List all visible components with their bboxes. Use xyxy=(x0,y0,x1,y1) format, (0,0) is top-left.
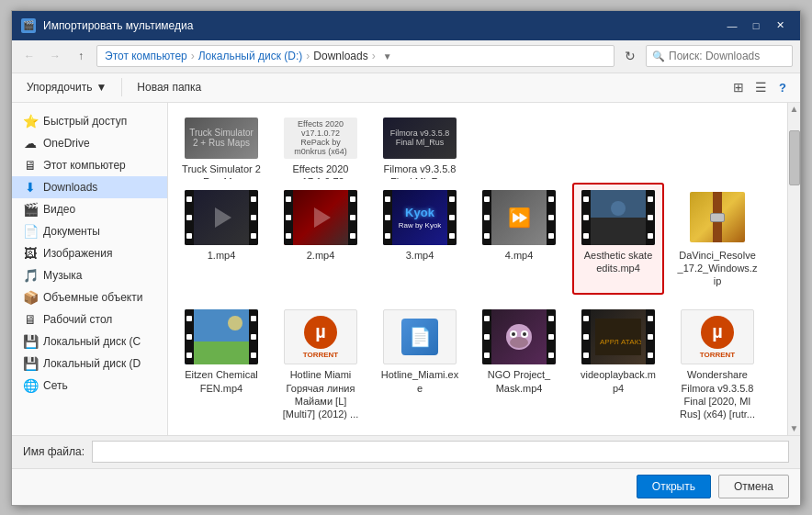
cartoon-thumbnail xyxy=(501,319,537,355)
sidebar-item-desktop[interactable]: 🖥 Рабочий стол xyxy=(12,308,167,330)
sidebar-item-music[interactable]: 🎵 Музыка xyxy=(12,264,167,286)
view-button-2[interactable]: ☰ xyxy=(750,77,771,97)
film-strip-right xyxy=(447,190,457,245)
sidebar-item-downloads[interactable]: ⬇ Downloads xyxy=(12,176,167,198)
svg-marker-1 xyxy=(314,207,331,228)
sidebar-item-documents[interactable]: 📄 Документы xyxy=(12,220,167,242)
list-item[interactable]: µ TORRENT Hotline Miami Горячая линия Ма… xyxy=(275,302,367,428)
new-folder-button[interactable]: Новая папка xyxy=(130,76,209,98)
cancel-button[interactable]: Отмена xyxy=(718,475,789,498)
maximize-button[interactable]: □ xyxy=(745,17,767,35)
svg-marker-0 xyxy=(215,207,231,228)
file-name: Hotline_Miami.exe xyxy=(379,368,460,395)
sidebar-item-3dobjects[interactable]: 📦 Объемные объекти xyxy=(12,286,167,308)
file-name: Eitzen Chemical FEN.mp4 xyxy=(181,368,262,395)
film-strip-left xyxy=(482,309,491,364)
back-button[interactable]: ← xyxy=(19,46,39,66)
list-item[interactable]: 📄 Hotline_Miami.exe xyxy=(374,302,466,428)
disk-c-icon: 💾 xyxy=(23,334,38,349)
organize-dropdown-icon: ▼ xyxy=(96,81,107,94)
breadcrumb-dropdown-icon[interactable]: ▼ xyxy=(383,51,392,62)
window-controls: — □ ✕ xyxy=(721,17,791,35)
film-strip-left xyxy=(482,190,491,245)
file-name: Wondershare Filmora v9.3.5.8 Final [2020… xyxy=(677,368,758,420)
title-bar: 🎬 Импортировать мультимедиа — □ ✕ xyxy=(12,11,800,40)
file-name: Effects 2020 v17.1.0.72 RePack by m0nkru… xyxy=(280,162,361,179)
refresh-button[interactable]: ↻ xyxy=(620,46,640,66)
scroll-up-button[interactable]: ▲ xyxy=(788,103,800,116)
file-grid: 1.mp4 xyxy=(175,183,780,429)
breadcrumb-local-d[interactable]: Локальный диск (D:) xyxy=(198,50,303,62)
sidebar-item-video[interactable]: 🎬 Видео xyxy=(12,198,167,220)
list-item[interactable]: Filmora v9.3.5.8 Final Ml_Rus Filmora v9… xyxy=(374,110,466,179)
list-item[interactable]: 2.mp4 xyxy=(275,183,367,296)
video-play-icon xyxy=(307,204,334,231)
list-item[interactable]: µ TORRENT Wondershare Filmora v9.3.5.8 F… xyxy=(671,302,763,428)
sidebar-item-local-c[interactable]: 💾 Локальный диск (С xyxy=(12,330,167,353)
list-item[interactable]: Effects 2020 v17.1.0.72 RePack by m0nkru… xyxy=(275,110,367,179)
film-strip-right xyxy=(348,190,357,245)
file-name: Hotline Miami Горячая линия Майами [L] [… xyxy=(280,368,361,420)
organize-button[interactable]: Упорядочить ▼ xyxy=(19,76,114,98)
file-name: Truck Simulator 2 + Rus Maps xyxy=(181,162,262,179)
search-box[interactable]: 🔍 xyxy=(646,45,793,67)
scrollbar-thumb[interactable] xyxy=(789,130,800,185)
film-strip-left xyxy=(185,309,194,364)
forward-button[interactable]: → xyxy=(45,46,65,66)
file-name: 1.mp4 xyxy=(208,249,236,262)
svg-rect-14 xyxy=(595,319,641,355)
list-item[interactable]: Kyok Raw by Kyok 3.mp4 xyxy=(374,183,466,296)
file-area[interactable]: Truck Simulator 2 + Rus Maps Truck Simul… xyxy=(168,103,787,435)
film-strip-left xyxy=(383,190,392,245)
up-button[interactable]: ↑ xyxy=(71,46,91,66)
list-item[interactable]: Aesthetic skate edits.mp4 xyxy=(572,183,664,296)
organize-label: Упорядочить xyxy=(27,81,92,94)
list-item[interactable]: 1.mp4 xyxy=(175,183,267,296)
list-item[interactable]: Eitzen Chemical FEN.mp4 xyxy=(175,302,267,428)
view-button-1[interactable]: ⊞ xyxy=(728,77,749,97)
new-folder-label: Новая папка xyxy=(137,81,201,94)
sidebar-item-network[interactable]: 🌐 Сеть xyxy=(12,375,167,397)
scroll-down-button[interactable]: ▼ xyxy=(788,422,800,435)
landscape-thumbnail xyxy=(194,309,249,364)
address-bar: ← → ↑ Этот компьютер › Локальный диск (D… xyxy=(12,40,800,73)
sidebar-item-this-pc[interactable]: 🖥 Этот компьютер xyxy=(12,154,167,176)
file-thumbnail: Effects 2020 v17.1.0.72 RePack by m0nkru… xyxy=(284,118,357,159)
svg-rect-6 xyxy=(194,341,249,364)
cloud-icon: ☁ xyxy=(23,136,38,151)
sidebar-item-onedrive[interactable]: ☁ OneDrive xyxy=(12,132,167,154)
search-input[interactable] xyxy=(669,50,779,62)
breadcrumb-bar[interactable]: Этот компьютер › Локальный диск (D:) › D… xyxy=(96,45,615,67)
skate-thumbnail xyxy=(591,190,646,245)
sidebar-item-local-d[interactable]: 💾 Локальный диск (D xyxy=(12,353,167,375)
scrollbar[interactable]: ▲ ▼ xyxy=(787,103,800,435)
file-thumbnail xyxy=(681,190,754,245)
filename-input[interactable] xyxy=(92,441,789,463)
file-thumbnail: APРЛ АТАКУЕТ xyxy=(581,309,655,364)
file-thumbnail xyxy=(185,309,258,364)
file-thumbnail: Filmora v9.3.5.8 Final Ml_Rus xyxy=(383,118,457,159)
3d-icon: 📦 xyxy=(23,290,38,305)
toolbar: Упорядочить ▼ Новая папка ⊞ ☰ ? xyxy=(12,73,800,103)
list-item[interactable]: NGO Project_ Mask.mp4 xyxy=(473,302,565,428)
close-button[interactable]: ✕ xyxy=(769,17,791,35)
video-icon: 🎬 xyxy=(23,202,38,217)
list-item[interactable]: APРЛ АТАКУЕТ videoplayback.mp4 xyxy=(572,302,664,428)
list-item[interactable]: ⏩ 4.mp4 xyxy=(473,183,565,296)
sidebar: ⭐ Быстрый доступ ☁ OneDrive 🖥 Этот компь… xyxy=(12,103,168,435)
sidebar-item-images[interactable]: 🖼 Изображения xyxy=(12,242,167,264)
list-item[interactable]: Truck Simulator 2 + Rus Maps Truck Simul… xyxy=(175,110,267,179)
dialog-icon: 🎬 xyxy=(21,18,36,33)
open-button[interactable]: Открыть xyxy=(637,475,711,498)
file-thumbnail: ⏩ xyxy=(482,190,556,245)
sidebar-item-quick-access[interactable]: ⭐ Быстрый доступ xyxy=(12,110,167,132)
help-button[interactable]: ? xyxy=(773,77,793,97)
file-name: DaVinci_Resolve_17.2_Windows.zip xyxy=(677,249,758,288)
breadcrumb-this-pc[interactable]: Этот компьютер xyxy=(105,50,187,62)
file-thumbnail xyxy=(581,190,655,245)
desktop-icon: 🖥 xyxy=(23,312,38,327)
filename-label: Имя файла: xyxy=(23,445,85,458)
list-item[interactable]: DaVinci_Resolve_17.2_Windows.zip xyxy=(671,183,763,296)
film-strip-right xyxy=(547,190,556,245)
minimize-button[interactable]: — xyxy=(721,17,743,35)
